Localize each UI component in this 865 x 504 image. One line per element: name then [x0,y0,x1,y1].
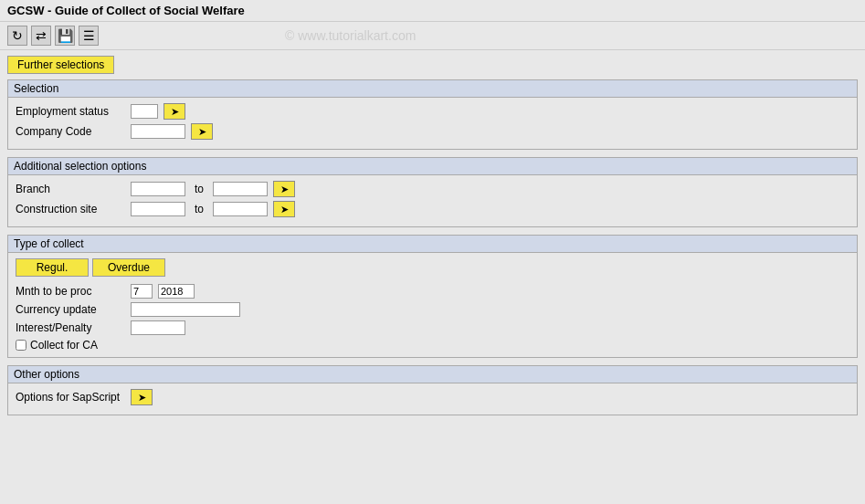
command-icon[interactable]: ☰ [79,26,99,46]
interest-label: Interest/Penalty [16,321,125,334]
employment-status-row: Employment status ➤ [16,103,849,120]
app-title: GCSW - Guide of Collect of Social Welfar… [7,4,245,17]
additional-header: Additional selection options [8,158,857,175]
sap-script-arrow[interactable]: ➤ [131,389,153,405]
back-icon[interactable]: ↻ [7,26,27,46]
title-bar: GCSW - Guide of Collect of Social Welfar… [0,0,865,22]
employment-status-input[interactable] [131,104,158,119]
collect-ca-checkbox[interactable] [16,340,26,351]
selection-section: Selection Employment status ➤ Company Co… [7,79,858,150]
construction-site-label: Construction site [16,203,125,215]
watermark: © www.tutorialkart.com [285,28,416,43]
employment-status-arrow[interactable]: ➤ [164,103,185,120]
type-collect-header: Type of collect [8,236,857,253]
other-options-header: Other options [8,366,857,383]
year-input[interactable] [158,284,195,299]
branch-row: Branch to ➤ [16,181,849,197]
construction-site-from-input[interactable] [131,202,185,216]
other-options-section: Other options Options for SapScript ➤ [7,365,858,415]
type-collect-section: Type of collect Regul. Overdue Mnth to b… [7,235,858,358]
branch-label: Branch [16,183,125,195]
branch-to-input[interactable] [213,182,268,196]
forward-icon[interactable]: ⇄ [31,26,51,46]
save-icon[interactable]: 💾 [55,26,75,46]
selection-header: Selection [8,80,857,98]
regul-button[interactable]: Regul. [16,258,89,277]
toolbar: ↻ ⇄ 💾 ☰ © www.tutorialkart.com [0,22,865,50]
company-code-arrow[interactable]: ➤ [191,123,213,140]
currency-row: Currency update [16,302,849,317]
branch-to-label: to [195,183,204,195]
collect-ca-row: Collect for CA [16,339,849,352]
construction-site-to-label: to [195,203,204,215]
month-input[interactable] [131,284,153,299]
sap-script-label: Options for SapScript [16,391,125,404]
currency-input[interactable] [131,302,240,317]
sap-script-row: Options for SapScript ➤ [16,389,849,405]
construction-site-arrow[interactable]: ➤ [273,201,295,217]
company-code-label: Company Code [16,125,125,138]
construction-site-to-input[interactable] [213,202,268,216]
interest-input[interactable] [131,320,185,335]
mnth-row: Mnth to be proc [16,284,849,299]
additional-section: Additional selection options Branch to ➤… [7,157,858,227]
currency-label: Currency update [16,303,125,316]
overdue-button[interactable]: Overdue [92,258,165,277]
company-code-input[interactable] [131,124,185,139]
construction-site-row: Construction site to ➤ [16,201,849,217]
further-selections-button[interactable]: Further selections [7,56,114,74]
mnth-label: Mnth to be proc [16,285,125,298]
branch-from-input[interactable] [131,182,185,196]
interest-row: Interest/Penalty [16,320,849,335]
branch-arrow[interactable]: ➤ [273,181,295,197]
collect-buttons-row: Regul. Overdue [16,258,849,277]
employment-status-label: Employment status [16,105,125,118]
collect-ca-label[interactable]: Collect for CA [30,339,98,352]
company-code-row: Company Code ➤ [16,123,849,140]
